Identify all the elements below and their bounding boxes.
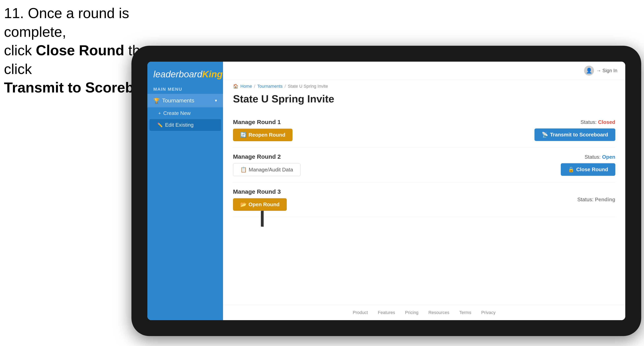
- manage-audit-button[interactable]: 📋 Manage/Audit Data: [233, 163, 300, 176]
- round-1-status: Status: Closed: [580, 119, 615, 125]
- main-menu-label: MAIN MENU: [147, 85, 223, 94]
- folder-icon: 📂: [240, 201, 246, 208]
- reopen-round-button[interactable]: 🔄 Reopen Round: [233, 129, 292, 141]
- footer-resources[interactable]: Resources: [428, 310, 449, 315]
- trophy-icon: 🏆: [153, 98, 160, 104]
- breadcrumb-sep2: /: [284, 84, 286, 89]
- sidebar: leaderboardKing MAIN MENU 🏆 Tournaments …: [147, 62, 223, 320]
- logo-area: leaderboardKing: [147, 62, 223, 85]
- round-3-status: Status: Pending: [577, 196, 615, 203]
- round-2-status-value: Open: [602, 154, 615, 160]
- transmit-icon: 📡: [542, 132, 548, 138]
- footer-privacy[interactable]: Privacy: [481, 310, 496, 315]
- round-2-right: Status: Open 🔒 Close Round: [561, 154, 615, 176]
- chevron-down-icon: ▾: [215, 98, 217, 103]
- plus-icon: +: [158, 111, 161, 116]
- top-nav: 👤 → Sign In: [223, 62, 625, 80]
- breadcrumb-home[interactable]: Home: [240, 84, 252, 89]
- breadcrumb-current: State U Spring Invite: [288, 84, 328, 89]
- round-2-left: Manage Round 2 📋 Manage/Audit Data: [233, 153, 300, 176]
- sidebar-item-edit-existing[interactable]: ✏️ Edit Existing: [149, 119, 221, 131]
- tablet-frame: leaderboardKing MAIN MENU 🏆 Tournaments …: [132, 46, 641, 336]
- app-layout: leaderboardKing MAIN MENU 🏆 Tournaments …: [147, 62, 625, 320]
- round-2-title: Manage Round 2: [233, 153, 300, 160]
- round-2-row: Manage Round 2 📋 Manage/Audit Data Statu…: [233, 147, 615, 182]
- audit-icon: 📋: [240, 167, 247, 173]
- instruction-bold1: Close Round: [36, 42, 124, 58]
- edit-icon: ✏️: [157, 123, 163, 128]
- round-3-right: Status: Pending: [577, 196, 615, 203]
- avatar: 👤: [584, 66, 594, 76]
- round-3-left: Manage Round 3 📂 Open Round: [233, 188, 287, 211]
- breadcrumb: 🏠 Home / Tournaments / State U Spring In…: [223, 80, 625, 91]
- sidebar-tournaments-label: Tournaments: [162, 97, 194, 104]
- round-3-title: Manage Round 3: [233, 188, 287, 195]
- instruction-line1: 11. Once a round is complete,: [4, 5, 129, 40]
- round-1-title: Manage Round 1: [233, 119, 292, 126]
- main-content: 👤 → Sign In 🏠 Home / Tournaments / State…: [223, 62, 625, 320]
- sign-in-area[interactable]: 👤 → Sign In: [584, 66, 617, 76]
- round-3-status-value: Pending: [595, 196, 615, 202]
- home-icon: 🏠: [233, 84, 238, 89]
- breadcrumb-sep1: /: [254, 84, 255, 89]
- transmit-scoreboard-button[interactable]: 📡 Transmit to Scoreboard: [534, 129, 615, 141]
- round-3-row: Manage Round 3 📂 Open Round Status: Pend…: [233, 182, 615, 217]
- footer: Product Features Pricing Resources Terms…: [223, 305, 625, 320]
- page-title: State U Spring Invite: [223, 91, 625, 111]
- round-1-status-value: Closed: [598, 119, 615, 125]
- logo-part2: King: [202, 69, 223, 79]
- round-2-status: Status: Open: [584, 154, 615, 160]
- footer-features[interactable]: Features: [378, 310, 395, 315]
- footer-terms[interactable]: Terms: [460, 310, 471, 315]
- create-new-label: Create New: [163, 110, 190, 116]
- edit-existing-label: Edit Existing: [165, 122, 194, 128]
- sign-in-label: → Sign In: [596, 68, 617, 73]
- round-1-left: Manage Round 1 🔄 Reopen Round: [233, 119, 292, 141]
- open-round-button[interactable]: 📂 Open Round: [233, 198, 287, 211]
- sidebar-item-create-new[interactable]: + Create New: [147, 107, 223, 119]
- round-1-row: Manage Round 1 🔄 Reopen Round Status: Cl…: [233, 113, 615, 147]
- close-round-button[interactable]: 🔒 Close Round: [561, 163, 615, 176]
- footer-product[interactable]: Product: [353, 310, 368, 315]
- content-body: Manage Round 1 🔄 Reopen Round Status: Cl…: [223, 111, 625, 305]
- round-1-right: Status: Closed 📡 Transmit to Scoreboard: [534, 119, 615, 141]
- lock-icon: 🔒: [568, 167, 574, 173]
- tablet-side-button: [261, 211, 264, 227]
- sidebar-item-tournaments[interactable]: 🏆 Tournaments ▾: [147, 94, 223, 107]
- tablet-screen: leaderboardKing MAIN MENU 🏆 Tournaments …: [147, 62, 625, 320]
- app-logo: leaderboardKing: [153, 70, 217, 79]
- breadcrumb-tournaments[interactable]: Tournaments: [257, 84, 282, 89]
- reopen-icon: 🔄: [240, 132, 246, 138]
- logo-part1: leaderboard: [153, 69, 202, 79]
- footer-pricing[interactable]: Pricing: [405, 310, 418, 315]
